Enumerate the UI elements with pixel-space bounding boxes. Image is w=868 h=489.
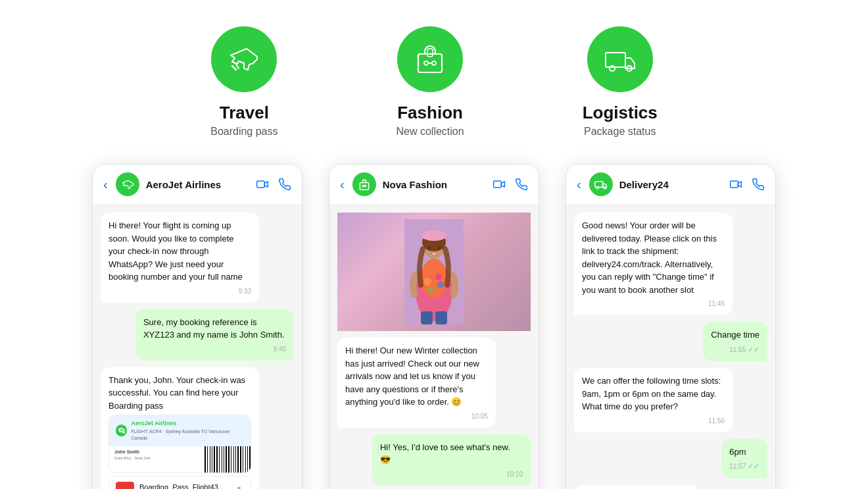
video-call-icon[interactable] — [256, 178, 269, 191]
category-logistics: Logistics Package status — [583, 26, 658, 138]
logistics-avatar — [589, 172, 613, 196]
travel-msg-1: Hi there! Your flight is coming up soon.… — [101, 213, 259, 303]
phone-call-icon-logistics[interactable] — [752, 178, 765, 191]
fashion-title: Fashion — [397, 103, 463, 123]
logistics-msg-4-text: 6pm — [729, 446, 760, 459]
travel-msg-3-text: Thank you, John. Your check-in was succe… — [108, 374, 251, 413]
svg-rect-27 — [435, 311, 447, 324]
fashion-msg-1: Hi there! Our new Winter collection has … — [337, 338, 496, 428]
plane-icon — [227, 42, 261, 76]
bp-plane-icon — [118, 427, 125, 434]
fashion-product-image — [337, 213, 531, 331]
truck-small-icon — [594, 178, 608, 191]
back-arrow-logistics[interactable]: ‹ — [577, 177, 581, 192]
travel-msg-1-time: 9:33 — [108, 286, 251, 296]
svg-point-29 — [596, 187, 598, 189]
svg-point-3 — [432, 61, 436, 65]
video-call-icon-logistics[interactable] — [729, 178, 742, 191]
svg-point-16 — [423, 278, 431, 286]
fashion-msg-2-text: Hi! Yes, I'd love to see what's new. 😎 — [380, 441, 523, 467]
file-name: Boarding_Pass_Flight43... — [139, 482, 229, 489]
fashion-chat-header: ‹ Nova Fashion — [329, 165, 539, 205]
travel-subtitle: Boarding pass — [210, 126, 277, 138]
logistics-msg-2-time: 11:55 ✓✓ — [711, 344, 760, 355]
logistics-msg-3-time: 11:56 — [582, 416, 725, 426]
fashion-contact-name: Nova Fashion — [383, 179, 486, 190]
categories-row: Travel Boarding pass Fashion New collect… — [39, 26, 829, 138]
travel-contact-name: AeroJet Airlines — [146, 179, 249, 190]
bp-header: AeroJet Airlines FLIGHT: ACR4 · Sydney A… — [109, 415, 251, 446]
travel-msg-2-time: 9:40 — [143, 344, 286, 354]
svg-rect-31 — [731, 181, 738, 188]
svg-rect-1 — [427, 49, 433, 57]
logistics-header-actions — [729, 178, 765, 191]
travel-avatar — [116, 172, 139, 196]
phone-call-icon-fashion[interactable] — [515, 178, 528, 191]
file-type-icon: PDF — [116, 482, 134, 490]
video-call-icon-fashion[interactable] — [493, 178, 506, 191]
travel-chat-header: ‹ AeroJet Airlines — [93, 165, 302, 205]
logistics-msg-2: Change time 11:55 ✓✓ — [703, 322, 767, 361]
category-travel: Travel Boarding pass — [210, 26, 277, 138]
shopping-bag-icon — [413, 42, 447, 76]
truck-icon — [603, 42, 637, 76]
fashion-subtitle: New collection — [397, 126, 464, 138]
logistics-chat-body: Good news! Your order will be delivered … — [566, 205, 775, 489]
svg-point-2 — [424, 61, 428, 65]
svg-rect-7 — [257, 181, 265, 188]
svg-rect-26 — [421, 311, 433, 324]
travel-msg-2-text: Sure, my booking reference is XYZ123 and… — [143, 316, 286, 342]
svg-point-18 — [428, 288, 433, 293]
svg-rect-4 — [606, 53, 625, 67]
travel-header-actions — [256, 178, 291, 191]
logistics-contact-name: Delivery24 — [619, 179, 723, 190]
logistics-msg-3-text: We can offer the following time slots: 9… — [582, 374, 725, 413]
fashion-msg-1-text: Hi there! Our new Winter collection has … — [345, 344, 488, 409]
bag-small-icon — [358, 178, 371, 191]
travel-icon-circle — [211, 26, 277, 92]
svg-point-15 — [421, 259, 447, 298]
bp-airline-name: AeroJet Airlines — [131, 419, 244, 428]
travel-title: Travel — [220, 103, 269, 123]
fashion-chat-mockup: ‹ Nova Fashion — [329, 164, 539, 489]
logistics-msg-1: Good news! Your order will be delivered … — [574, 213, 733, 315]
check-marks-1: ✓✓ — [748, 346, 760, 353]
bp-barcode — [205, 446, 251, 473]
file-attachment[interactable]: PDF Boarding_Pass_Flight43... 2.8 MB · p… — [108, 476, 251, 490]
logistics-msg-2-text: Change time — [711, 328, 760, 342]
fashion-msg-2-time: 10:10 — [380, 469, 523, 479]
svg-rect-12 — [494, 181, 502, 188]
boarding-pass-card: AeroJet Airlines FLIGHT: ACR4 · Sydney A… — [108, 415, 251, 473]
logistics-msg-1-text: Good news! Your order will be delivered … — [582, 219, 725, 296]
fashion-msg-2: Hi! Yes, I'd love to see what's new. 😎 1… — [372, 434, 531, 486]
travel-msg-2: Sure, my booking reference is XYZ123 and… — [135, 309, 294, 361]
travel-chat-mockup: ‹ AeroJet Airlines Hi there! Your fl — [92, 164, 302, 489]
logistics-msg-4-time: 11:57 ✓✓ — [729, 461, 760, 472]
bp-route: FLIGHT: ACR4 · Sydney Australia TO Vanco… — [131, 428, 244, 442]
logistics-msg-1-time: 11:45 — [582, 299, 725, 309]
bp-body: John Smith Gate B12 · Seat 24A — [109, 446, 251, 473]
download-icon[interactable]: ⬇ — [234, 483, 244, 489]
file-info: Boarding_Pass_Flight43... 2.8 MB · png — [139, 482, 229, 489]
travel-msg-3: Thank you, John. Your check-in was succe… — [101, 367, 259, 490]
svg-point-25 — [437, 246, 441, 250]
back-arrow-travel[interactable]: ‹ — [103, 177, 108, 192]
fashion-model-svg — [404, 219, 464, 324]
fashion-header-actions — [493, 178, 528, 191]
fashion-avatar — [352, 172, 376, 196]
plane-small-icon — [121, 178, 134, 191]
logistics-chat-header: ‹ Delivery24 — [566, 165, 775, 205]
fashion-msg-1-time: 10:05 — [345, 411, 488, 421]
logistics-title: Logistics — [583, 103, 658, 123]
phone-call-icon[interactable] — [278, 178, 291, 191]
logistics-icon-circle — [587, 26, 653, 92]
bp-logo — [116, 425, 127, 436]
logistics-msg-3: We can offer the following time slots: 9… — [574, 368, 733, 432]
svg-point-24 — [428, 246, 431, 250]
back-arrow-fashion[interactable]: ‹ — [340, 177, 345, 192]
logistics-msg-5: Confirmed ✅ See you soon! 11:58 — [574, 485, 699, 490]
travel-chat-body: Hi there! Your flight is coming up soon.… — [93, 205, 302, 489]
logistics-msg-4: 6pm 11:57 ✓✓ — [721, 439, 767, 478]
travel-msg-1-text: Hi there! Your flight is coming up soon.… — [108, 219, 251, 284]
svg-point-19 — [437, 282, 444, 288]
